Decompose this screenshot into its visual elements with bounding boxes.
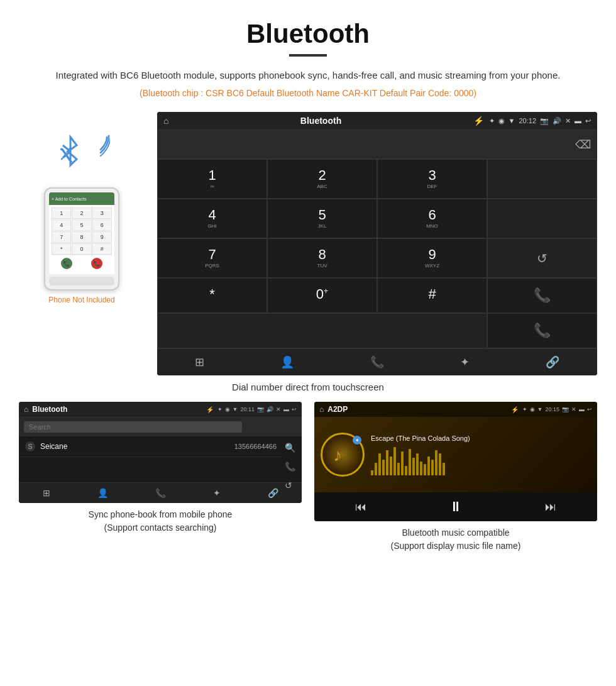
pb-status-bar: ✦ ◉ ▼ 20:11 📷 🔊 ✕ ▬ ↩ — [217, 406, 297, 412]
home-icon[interactable]: ⌂ — [163, 116, 168, 126]
phonebook-screen: ⌂ Bluetooth ⚡ ✦ ◉ ▼ 20:11 📷 🔊 ✕ ▬ ↩ — [19, 402, 302, 503]
radio-bottom-nav: ⊞ 👤 📞 ✦ 🔗 — [157, 348, 597, 375]
phone-not-included-label: Phone Not Included — [48, 296, 114, 304]
pb-back-icon[interactable]: ↩ — [292, 406, 297, 412]
pb-home-icon[interactable]: ⌂ — [24, 405, 28, 414]
phone-key-star[interactable]: * — [52, 243, 71, 255]
dial-key-star[interactable]: * — [157, 278, 267, 313]
backspace-button[interactable]: ⌫ — [575, 138, 591, 152]
dial-key-4[interactable]: 4 GHI — [157, 199, 267, 238]
subtitle-text: Integrated with BC6 Bluetooth module, su… — [13, 68, 603, 83]
pb-nav-grid[interactable]: ⊞ — [43, 488, 50, 498]
phone-key-9[interactable]: 9 — [92, 231, 112, 243]
music-back[interactable]: ↩ — [587, 406, 592, 412]
phone-key-8[interactable]: 8 — [72, 231, 91, 243]
eq-bar-17 — [435, 450, 437, 475]
phone-key-0[interactable]: 0 — [72, 243, 91, 255]
dial-key-2[interactable]: 2 ABC — [267, 159, 377, 199]
phone-key-4[interactable]: 4 — [52, 219, 71, 231]
contact-spacer — [19, 457, 302, 482]
music-home-icon[interactable]: ⌂ — [319, 405, 324, 414]
window-icon[interactable]: ▬ — [575, 117, 581, 124]
music-close[interactable]: ✕ — [571, 406, 576, 412]
phonebook-caption-line2: (Support contacts searching) — [104, 523, 217, 533]
next-track-button[interactable]: ⏭ — [545, 501, 556, 514]
prev-track-button[interactable]: ⏮ — [355, 501, 366, 514]
nav-link-icon[interactable]: 🔗 — [546, 355, 559, 369]
dial-key-9[interactable]: 9 WXYZ — [377, 238, 487, 278]
phone-key-5[interactable]: 5 — [72, 219, 91, 231]
dial-key-8[interactable]: 8 TUV — [267, 238, 377, 278]
volume-icon[interactable]: 🔊 — [553, 117, 561, 125]
search-side-icon[interactable]: 🔍 — [285, 443, 295, 453]
dial-key-call-green[interactable]: 📞 — [487, 278, 597, 313]
eq-bar-7 — [397, 463, 400, 475]
eq-bar-0 — [371, 470, 373, 475]
search-input[interactable] — [24, 421, 242, 433]
phone-key-1[interactable]: 1 — [52, 207, 71, 219]
pb-win-icon[interactable]: ▬ — [283, 406, 289, 412]
phonebook-caption-line1: Sync phone-book from mobile phone — [89, 509, 233, 519]
music-time: 20:15 — [545, 406, 559, 412]
call-side-icon[interactable]: 📞 — [285, 462, 295, 472]
phone-key-7[interactable]: 7 — [52, 231, 71, 243]
music-bt-status: ✦ — [522, 406, 527, 412]
reload-side-icon[interactable]: ↺ — [285, 480, 295, 490]
title-underline — [289, 54, 327, 57]
phone-call-red-btn[interactable]: 📞 — [91, 258, 102, 269]
contact-row[interactable]: S Seicane 13566664466 — [19, 436, 283, 457]
dial-key-1[interactable]: 1 ∞ — [157, 159, 267, 199]
dial-key-5[interactable]: 5 JKL — [267, 199, 377, 238]
album-art: ♪ ✦ — [321, 433, 365, 477]
pb-cam-icon: 📷 — [257, 406, 264, 412]
phone-call-green-btn[interactable]: 📞 — [61, 258, 72, 269]
pb-nav-person[interactable]: 👤 — [97, 488, 108, 498]
music-content: ♪ ✦ Escape (The Pina Colada Song) — [314, 417, 597, 492]
dial-key-hash[interactable]: # — [377, 278, 487, 313]
phone-screen: 1 2 3 4 5 6 7 8 9 * 0 # 📞 📞 — [49, 205, 114, 274]
pb-nav-link[interactable]: 🔗 — [268, 488, 278, 498]
dial-key-0[interactable]: 0+ — [267, 278, 377, 313]
nav-grid-icon[interactable]: ⊞ — [195, 355, 204, 369]
camera-icon[interactable]: 📷 — [540, 117, 549, 125]
svg-text:♪: ♪ — [333, 445, 342, 465]
eq-bar-1 — [375, 463, 377, 475]
music-item: ⌂ A2DP ⚡ ✦ ◉ ▼ 20:15 📷 ✕ ▬ ↩ — [314, 402, 597, 553]
eq-bar-8 — [401, 451, 404, 475]
eq-bar-10 — [409, 449, 411, 475]
pb-close-icon[interactable]: ✕ — [276, 406, 281, 412]
phone-section: ⲭ + Add to Contacts 1 — [19, 112, 145, 304]
pb-nav-phone[interactable]: 📞 — [155, 488, 166, 498]
phone-key-3[interactable]: 3 — [92, 207, 112, 219]
contact-list-area: S Seicane 13566664466 🔍 📞 ↺ — [19, 436, 302, 482]
music-wifi: ▼ — [537, 406, 543, 412]
wifi-status-icon: ▼ — [509, 117, 515, 124]
phone-home-button[interactable] — [49, 277, 114, 285]
phonebook-top-bar: ⌂ Bluetooth ⚡ ✦ ◉ ▼ 20:11 📷 🔊 ✕ ▬ ↩ — [19, 402, 302, 417]
phone-key-hash[interactable]: # — [92, 243, 112, 255]
back-icon[interactable]: ↩ — [585, 117, 591, 125]
main-content: ⲭ + Add to Contacts 1 — [0, 112, 616, 375]
dial-key-reload[interactable]: ↺ — [487, 238, 597, 278]
eq-bar-9 — [405, 466, 407, 475]
dial-key-call-red[interactable]: 📞 — [487, 313, 597, 348]
phone-bottom-bar: 📞 📞 — [52, 255, 112, 272]
phone-key-2[interactable]: 2 — [72, 207, 91, 219]
nav-bluetooth-icon[interactable]: ✦ — [460, 355, 470, 369]
dial-key-6[interactable]: 6 MNO — [377, 199, 487, 238]
music-win[interactable]: ▬ — [579, 406, 585, 412]
phone-key-6[interactable]: 6 — [92, 219, 112, 231]
pb-vol-icon: 🔊 — [267, 406, 273, 412]
radio-screen-title: Bluetooth — [173, 116, 468, 126]
title-section: Bluetooth Integrated with BC6 Bluetooth … — [0, 0, 616, 112]
pb-loc-icon: ◉ — [225, 406, 230, 412]
dial-key-7[interactable]: 7 PQRS — [157, 238, 267, 278]
nav-phone-icon[interactable]: 📞 — [370, 355, 384, 369]
close-icon[interactable]: ✕ — [565, 117, 571, 125]
pb-nav-bt[interactable]: ✦ — [213, 488, 221, 498]
eq-bar-13 — [420, 462, 422, 475]
nav-person-icon[interactable]: 👤 — [280, 355, 294, 369]
bluetooth-status-icon: ✦ — [489, 117, 495, 125]
play-pause-button[interactable]: ⏸ — [449, 499, 463, 515]
dial-key-3[interactable]: 3 DEF — [377, 159, 487, 199]
